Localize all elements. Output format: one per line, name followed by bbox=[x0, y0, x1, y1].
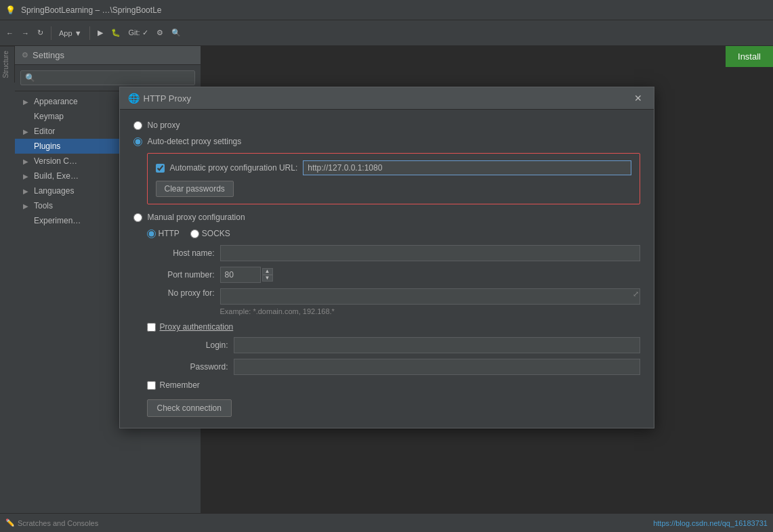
host-name-input[interactable] bbox=[220, 245, 640, 261]
port-increment-btn[interactable]: ▲ bbox=[262, 268, 273, 275]
port-number-label: Port number: bbox=[147, 270, 215, 280]
auto-url-checkbox-label: Automatic proxy configuration URL: bbox=[170, 163, 298, 173]
title-bar: 💡 SpringBootLearning – …\SpringBootLe bbox=[0, 0, 773, 20]
auto-detect-radio[interactable] bbox=[133, 137, 142, 146]
socks-label: SOCKS bbox=[202, 229, 230, 238]
auto-detect-section: Automatic proxy configuration URL: Clear… bbox=[147, 153, 640, 204]
dialog-title: 🌐 HTTP Proxy bbox=[128, 93, 192, 104]
example-text: Example: *.domain.com, 192.168.* bbox=[147, 307, 640, 315]
auto-url-row: Automatic proxy configuration URL: bbox=[156, 160, 631, 175]
port-number-row: Port number: ▲ ▼ bbox=[147, 267, 640, 283]
toolbar-settings-btn[interactable]: ⚙ bbox=[153, 26, 167, 39]
clear-passwords-button[interactable]: Clear passwords bbox=[156, 181, 234, 197]
password-row: Password: bbox=[161, 359, 640, 375]
toolbar-search-btn[interactable]: 🔍 bbox=[168, 26, 184, 39]
manual-proxy-label: Manual proxy configuration bbox=[148, 213, 245, 222]
no-proxy-radio[interactable] bbox=[133, 121, 142, 130]
auto-detect-option[interactable]: Auto-detect proxy settings bbox=[133, 137, 640, 146]
remember-checkbox[interactable] bbox=[147, 381, 156, 390]
install-button[interactable]: Install bbox=[726, 46, 773, 67]
manual-proxy-radio[interactable] bbox=[133, 213, 142, 222]
bottom-left: ✏️ Scratches and Consoles bbox=[5, 518, 98, 527]
csdn-url-link[interactable]: https://blog.csdn.net/qq_16183731 bbox=[653, 519, 768, 527]
http-option[interactable]: HTTP bbox=[147, 229, 180, 238]
dialog-body: No proxy Auto-detect proxy settings Auto… bbox=[120, 110, 654, 428]
auto-url-input[interactable] bbox=[303, 160, 631, 175]
auto-url-checkbox[interactable] bbox=[156, 164, 165, 173]
check-connection-button[interactable]: Check connection bbox=[147, 399, 232, 417]
manual-proxy-option[interactable]: Manual proxy configuration bbox=[133, 213, 640, 222]
no-proxy-for-label: No proxy for: bbox=[147, 288, 215, 298]
remember-label: Remember bbox=[160, 380, 200, 390]
login-row: Login: bbox=[161, 337, 640, 353]
no-proxy-for-row: No proxy for: ⤢ bbox=[147, 288, 640, 305]
proxy-auth-checkbox[interactable] bbox=[147, 323, 156, 332]
proxy-auth-label: Proxy authentication bbox=[160, 322, 234, 332]
socks-option[interactable]: SOCKS bbox=[190, 229, 230, 238]
dialog-backdrop: 🌐 HTTP Proxy ✕ No proxy Auto-detect prox… bbox=[0, 46, 773, 532]
port-number-input[interactable] bbox=[220, 267, 261, 283]
scratches-icon: ✏️ bbox=[5, 518, 15, 527]
no-proxy-option[interactable]: No proxy bbox=[133, 120, 640, 130]
app-icon: 💡 bbox=[5, 5, 16, 15]
host-name-label: Host name: bbox=[147, 248, 215, 258]
toolbar-git-btn[interactable]: Git: ✓ bbox=[125, 26, 152, 39]
password-input[interactable] bbox=[234, 359, 640, 375]
protocol-row: HTTP SOCKS bbox=[147, 229, 640, 238]
toolbar-forward-btn[interactable]: → bbox=[18, 27, 33, 39]
no-proxy-for-input[interactable] bbox=[220, 288, 640, 305]
http-label: HTTP bbox=[159, 229, 180, 238]
scratches-consoles-item[interactable]: ✏️ Scratches and Consoles bbox=[5, 518, 98, 527]
auto-detect-label: Auto-detect proxy settings bbox=[148, 137, 242, 146]
no-proxy-label: No proxy bbox=[148, 120, 180, 130]
auth-section: Proxy authentication Login: Password: bbox=[147, 322, 640, 375]
http-radio[interactable] bbox=[147, 229, 156, 238]
scratches-label: Scratches and Consoles bbox=[18, 519, 98, 527]
dialog-title-bar: 🌐 HTTP Proxy ✕ bbox=[120, 87, 654, 110]
toolbar-run-btn[interactable]: ▶ bbox=[94, 26, 106, 39]
auth-check-row: Proxy authentication bbox=[147, 322, 640, 332]
port-spinner: ▲ ▼ bbox=[262, 268, 273, 282]
expand-button[interactable]: ⤢ bbox=[633, 290, 639, 298]
socks-radio[interactable] bbox=[190, 229, 199, 238]
bottom-bar: ✏️ Scratches and Consoles https://blog.c… bbox=[0, 513, 773, 532]
no-proxy-input-wrap: ⤢ bbox=[220, 288, 640, 305]
login-label: Login: bbox=[161, 340, 228, 350]
dialog-icon: 🌐 bbox=[128, 93, 140, 104]
http-proxy-dialog: 🌐 HTTP Proxy ✕ No proxy Auto-detect prox… bbox=[119, 87, 654, 428]
login-input[interactable] bbox=[234, 337, 640, 353]
toolbar-app-btn[interactable]: App ▼ bbox=[56, 27, 85, 39]
toolbar-back-btn[interactable]: ← bbox=[3, 27, 17, 39]
port-decrement-btn[interactable]: ▼ bbox=[262, 275, 273, 282]
toolbar: ← → ↻ App ▼ ▶ 🐛 Git: ✓ ⚙ 🔍 bbox=[0, 20, 773, 46]
password-label: Password: bbox=[161, 362, 228, 372]
toolbar-debug-btn[interactable]: 🐛 bbox=[108, 26, 124, 39]
dialog-close-button[interactable]: ✕ bbox=[631, 91, 646, 105]
remember-row: Remember bbox=[147, 380, 640, 390]
toolbar-refresh-btn[interactable]: ↻ bbox=[34, 26, 47, 39]
window-title: SpringBootLearning – …\SpringBootLe bbox=[21, 5, 161, 15]
host-name-row: Host name: bbox=[147, 245, 640, 261]
